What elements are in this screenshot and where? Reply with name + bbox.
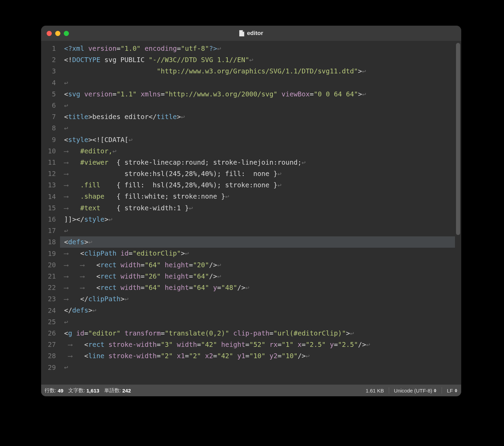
- encoding-picker[interactable]: Unicode (UTF-8): [394, 388, 437, 394]
- code-line[interactable]: ↩: [60, 122, 455, 134]
- line-ending-picker[interactable]: LF: [447, 388, 458, 394]
- window-title-text: editor: [247, 30, 263, 37]
- code-line[interactable]: ⟶ </clipPath>↩: [60, 293, 455, 305]
- code-line[interactable]: ⟶ #text { stroke-width:1 }↩: [60, 202, 455, 214]
- line-number: 11: [41, 157, 60, 168]
- line-number: 7: [41, 111, 60, 122]
- code-line[interactable]: </defs>↩: [60, 305, 455, 316]
- line-number: 16: [41, 214, 60, 225]
- line-number: 29: [41, 362, 60, 373]
- code-line[interactable]: ⟶ ⟶ <rect width="26" height="64"/>↩: [60, 271, 455, 282]
- dropdown-arrows-icon: [454, 389, 458, 392]
- code-line[interactable]: <!DOCTYPE svg PUBLIC "-//W3C//DTD SVG 1.…: [60, 54, 455, 66]
- line-number: 1: [41, 43, 60, 54]
- line-number: 18: [41, 236, 60, 248]
- status-divider: [442, 387, 442, 394]
- status-words: 単語数: 242: [104, 387, 131, 394]
- status-chars-value: 1,613: [86, 388, 99, 394]
- line-number: 4: [41, 77, 60, 89]
- window-title: editor: [239, 30, 263, 37]
- code-line[interactable]: ↩: [60, 225, 455, 236]
- status-filesize: 1.61 KB: [365, 388, 384, 394]
- line-number: 25: [41, 316, 60, 328]
- line-number: 14: [41, 191, 60, 202]
- code-line[interactable]: ⟶ ⟶ <rect width="64" height="20"/>↩: [60, 259, 455, 271]
- code-line[interactable]: <title>besides editor</title>↩: [60, 111, 455, 122]
- line-number: 17: [41, 225, 60, 236]
- editor-window: editor 123456789101112131415161718192021…: [41, 26, 461, 396]
- code-line[interactable]: ⟶ <line stroke-width="2" x1="2" x2="42" …: [60, 350, 455, 362]
- code-line[interactable]: <?xml version="1.0" encoding="utf-8"?>↩: [60, 43, 455, 54]
- dropdown-arrows-icon: [433, 389, 437, 392]
- code-line[interactable]: ⟶ .fill { fill: hsl(245,28%,40%); stroke…: [60, 179, 455, 191]
- status-filesize-value: 1.61 KB: [365, 388, 384, 394]
- vertical-scrollbar[interactable]: [455, 41, 461, 385]
- line-number: 8: [41, 122, 60, 134]
- status-lines-label: 行数:: [45, 387, 56, 394]
- line-number: 21: [41, 271, 60, 282]
- code-line[interactable]: ⟶ .shape { fill:white; stroke:none }↩: [60, 191, 455, 202]
- status-bar: 行数: 49 文字数: 1,613 単語数: 242 1.61 KB Unico…: [41, 385, 461, 396]
- line-number: 24: [41, 305, 60, 316]
- line-ending-value: LF: [447, 388, 453, 394]
- code-line[interactable]: <style><![CDATA[↩: [60, 134, 455, 145]
- code-line[interactable]: <g id="editor" transform="translate(0,2)…: [60, 328, 455, 339]
- code-line[interactable]: ⟶ ⟶ <rect width="64" height="64" y="48"/…: [60, 282, 455, 293]
- code-line[interactable]: ↩: [60, 316, 455, 328]
- line-number: 2: [41, 54, 60, 66]
- close-button[interactable]: [47, 31, 52, 36]
- line-number: 15: [41, 202, 60, 214]
- line-number-gutter: 1234567891011121314151617181920212223242…: [41, 41, 60, 385]
- code-line[interactable]: ⟶ <clipPath id="editorClip">↩: [60, 248, 455, 259]
- code-line[interactable]: ↩: [60, 362, 455, 373]
- line-number: 28: [41, 350, 60, 362]
- status-chars: 文字数: 1,613: [68, 387, 99, 394]
- line-number: 12: [41, 168, 60, 179]
- titlebar[interactable]: editor: [41, 26, 461, 41]
- line-number: 22: [41, 282, 60, 293]
- code-line[interactable]: ⟶ <rect stroke-width="3" width="42" heig…: [60, 339, 455, 350]
- editor-body: 1234567891011121314151617181920212223242…: [41, 41, 461, 385]
- code-line[interactable]: ]]></style>↩: [60, 214, 455, 225]
- line-number: 5: [41, 89, 60, 100]
- code-line[interactable]: ↩: [60, 77, 455, 89]
- line-number: 9: [41, 134, 60, 145]
- status-lines: 行数: 49: [45, 387, 63, 394]
- line-number: 27: [41, 339, 60, 350]
- code-line[interactable]: ⟶ #viewer { stroke-linecap:round; stroke…: [60, 157, 455, 168]
- line-number: 3: [41, 66, 60, 77]
- line-number: 23: [41, 293, 60, 305]
- document-icon: [239, 30, 244, 36]
- line-number: 20: [41, 259, 60, 271]
- minimize-button[interactable]: [55, 31, 60, 36]
- traffic-lights: [47, 31, 69, 36]
- status-divider: [389, 387, 389, 394]
- code-line[interactable]: ⟶ #editor,↩: [60, 145, 455, 157]
- code-line[interactable]: "http://www.w3.org/Graphics/SVG/1.1/DTD/…: [60, 66, 455, 77]
- encoding-value: Unicode (UTF-8): [394, 388, 432, 394]
- code-line[interactable]: <defs>↩: [60, 236, 455, 248]
- status-chars-label: 文字数:: [68, 387, 85, 394]
- zoom-button[interactable]: [64, 31, 69, 36]
- code-line[interactable]: ↩: [60, 100, 455, 111]
- code-line[interactable]: ⟶ stroke:hsl(245,28%,40%); fill: none }↩: [60, 168, 455, 179]
- line-number: 26: [41, 328, 60, 339]
- line-number: 19: [41, 248, 60, 259]
- line-number: 10: [41, 145, 60, 157]
- scrollbar-thumb[interactable]: [456, 43, 460, 235]
- code-area[interactable]: <?xml version="1.0" encoding="utf-8"?>↩<…: [60, 41, 455, 385]
- status-words-label: 単語数:: [104, 387, 121, 394]
- line-number: 13: [41, 179, 60, 191]
- status-lines-value: 49: [58, 388, 63, 394]
- code-line[interactable]: <svg version="1.1" xmlns="http://www.w3.…: [60, 89, 455, 100]
- line-number: 6: [41, 100, 60, 111]
- status-words-value: 242: [122, 388, 131, 394]
